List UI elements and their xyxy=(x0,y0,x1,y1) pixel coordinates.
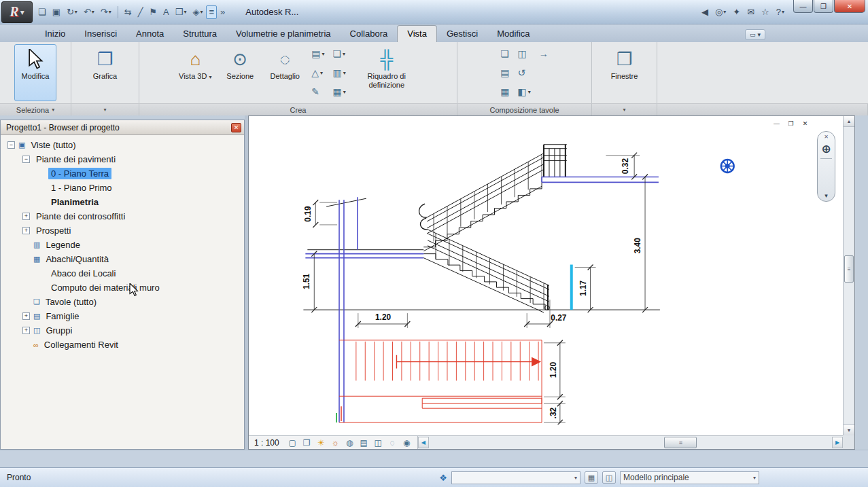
crop-view-button[interactable]: ▢ xyxy=(286,437,299,448)
duplicate-view-button[interactable]: ❏▾ xyxy=(330,47,349,60)
view-close-button[interactable]: ✕ xyxy=(799,119,811,128)
scroll-left-icon[interactable]: ◀ xyxy=(418,437,429,448)
tab-struttura[interactable]: Struttura xyxy=(173,26,226,42)
text-button[interactable]: A xyxy=(160,5,172,19)
show-crop-region-button[interactable]: ❐ xyxy=(300,437,313,448)
navbar-close-icon[interactable]: ✕ xyxy=(824,134,829,140)
panel-label-seleziona[interactable]: Seleziona ▾ xyxy=(0,104,71,115)
aligned-dimension-button[interactable]: ⇆ xyxy=(122,5,135,19)
view-scale-button[interactable]: 1 : 100 xyxy=(253,438,285,448)
graphics-button[interactable]: ❐ Grafica xyxy=(84,44,126,101)
schedules-button[interactable]: ▦▾ xyxy=(330,85,349,98)
tree-item-collegamenti-revit[interactable]: ∞Collegamenti Revit xyxy=(1,338,244,352)
collapse-icon[interactable]: − xyxy=(22,156,30,163)
thin-lines-button[interactable]: ≡ xyxy=(206,5,217,19)
open-button[interactable]: ❏ xyxy=(35,5,49,19)
section-view-button[interactable]: ⊙ Sezione xyxy=(219,44,261,101)
view-restore-button[interactable]: ❐ xyxy=(785,119,797,128)
scope-box-button[interactable]: ╬ Riquadro di definizione xyxy=(351,44,422,101)
view-button[interactable]: ◫ xyxy=(515,47,533,60)
drawing-area[interactable]: 0.32 3.40 0.19 1.51 1.17 1.20 0.27 1.20 … xyxy=(248,115,855,450)
tab-volumetrie-e-planimetria[interactable]: Volumetrie e planimetria xyxy=(226,26,340,42)
collapse-icon[interactable]: − xyxy=(7,141,15,149)
undo-button[interactable]: ↶▾ xyxy=(81,5,97,19)
view-reference-button[interactable]: → xyxy=(536,47,551,60)
scroll-down-icon[interactable]: ▼ xyxy=(844,425,854,435)
tree-item-legende[interactable]: ▥Legende xyxy=(1,238,244,252)
tree-item-planimetria[interactable]: Planimetria xyxy=(1,195,244,209)
minimize-button[interactable]: — xyxy=(793,0,813,13)
tree-item-abachi-quantità[interactable]: ▦Abachi/Quantità xyxy=(1,252,244,266)
workset-combobox[interactable]: ▾ xyxy=(451,471,580,484)
callout-button[interactable]: ◌ Dettaglio xyxy=(264,44,306,101)
tree-item-abaco-dei-locali[interactable]: Abaco dei Locali xyxy=(1,266,244,281)
tree-item-computo-dei-materiali-muro[interactable]: Computo dei materiali muro xyxy=(1,281,244,295)
tab-vista[interactable]: Vista xyxy=(397,25,437,42)
tree-item-piante-dei-controsoffitti[interactable]: +Piante dei controsoffitti xyxy=(1,209,244,223)
expand-icon[interactable]: + xyxy=(22,327,30,334)
modify-button[interactable]: Modifica xyxy=(14,44,56,101)
drafting-view-button[interactable]: ✎ xyxy=(309,85,327,98)
tree-item-0-piano-terra[interactable]: 0 - Piano Terra xyxy=(1,166,244,181)
redo-button[interactable]: ↷▾ xyxy=(98,5,114,19)
tab-inserisci[interactable]: Inserisci xyxy=(75,26,126,42)
tab-collabora[interactable]: Collabora xyxy=(341,26,398,42)
tag-button[interactable]: ⚑ xyxy=(146,5,160,19)
view-minimize-button[interactable]: — xyxy=(771,119,782,128)
favorites-button[interactable]: ☆ xyxy=(760,6,771,18)
tree-item-gruppi[interactable]: +◫Gruppi xyxy=(1,323,244,338)
zoom-icon[interactable]: ⊕ xyxy=(821,142,831,156)
tab-annota[interactable]: Annota xyxy=(126,26,173,42)
horizontal-scrollbar[interactable]: ◀ ≡ ▶ xyxy=(418,436,843,449)
customize-qat-button[interactable]: » xyxy=(218,5,228,19)
elevation-button[interactable]: △▾ xyxy=(309,66,327,79)
section-button[interactable]: ◈▾ xyxy=(190,5,205,19)
tree-item-famiglie[interactable]: +▤Famiglie xyxy=(1,309,244,323)
rendering-button[interactable]: ◍ xyxy=(343,437,356,448)
tab-inizio[interactable]: Inizio xyxy=(35,26,75,42)
legends-button[interactable]: ▥▾ xyxy=(330,66,349,79)
new-sheet-button[interactable]: ❏ xyxy=(498,47,512,60)
reveal-hidden-elements-button[interactable]: ◉ xyxy=(400,437,413,448)
tree-item-1-piano-primo[interactable]: 1 - Piano Primo xyxy=(1,181,244,195)
maximize-button[interactable]: ❐ xyxy=(814,0,833,13)
vertical-scrollbar[interactable]: ▲ ≡ ▼ xyxy=(843,116,854,435)
design-options-button[interactable]: ◫ xyxy=(602,471,616,484)
tree-item-prospetti[interactable]: +Prospetti xyxy=(1,223,244,238)
plan-views-button[interactable]: ▤▾ xyxy=(309,47,327,60)
sun-path-button[interactable]: ☼ xyxy=(329,437,342,448)
subscription-center-button[interactable]: ✦ xyxy=(731,6,742,18)
infocenter-collapse-button[interactable]: ◀ xyxy=(700,6,710,18)
shadows-button[interactable]: ☀ xyxy=(315,437,328,448)
editable-only-button[interactable]: ▦ xyxy=(585,471,598,484)
scroll-up-icon[interactable]: ▲ xyxy=(844,116,854,127)
vista-3d-button[interactable]: ⌂ Vista 3D ▾ xyxy=(174,44,216,101)
tab-modifica[interactable]: Modifica xyxy=(487,26,539,42)
tab-gestisci[interactable]: Gestisci xyxy=(437,26,487,42)
design-option-combobox[interactable]: Modello principale ▾ xyxy=(620,471,759,484)
default-3d-view-button[interactable]: ❒▾ xyxy=(173,5,190,19)
expand-icon[interactable]: + xyxy=(22,227,30,234)
vertical-scroll-thumb[interactable]: ≡ xyxy=(844,255,854,283)
project-browser-titlebar[interactable]: Progetto1 - Browser di progetto ✕ xyxy=(1,120,244,135)
tree-item-piante-dei-pavimenti[interactable]: −Piante dei pavimenti xyxy=(1,152,244,166)
sync-with-central-button[interactable]: ↻▾ xyxy=(64,5,80,19)
application-menu-button[interactable]: R ▾ xyxy=(1,1,33,23)
viewport-button[interactable]: ◧▾ xyxy=(515,85,533,98)
expand-icon[interactable]: + xyxy=(22,213,30,220)
close-icon[interactable]: ✕ xyxy=(231,123,241,132)
windows-button[interactable]: ❐ Finestre xyxy=(604,44,646,101)
save-button[interactable]: ▣ xyxy=(50,5,63,19)
measure-button[interactable]: ╱ xyxy=(135,5,146,19)
communication-center-button[interactable]: ✉ xyxy=(746,6,756,18)
visual-style-button[interactable]: ◫ xyxy=(372,437,385,448)
help-button[interactable]: ?▾ xyxy=(775,6,786,18)
panel-label-finestre[interactable]: ▾ xyxy=(592,104,657,115)
search-button[interactable]: ◎▾ xyxy=(714,6,727,18)
close-button[interactable]: ✕ xyxy=(834,0,865,13)
tree-item-viste-tutto[interactable]: −▣Viste (tutto) xyxy=(1,138,244,152)
navbar-chevron-icon[interactable]: ▾ xyxy=(824,192,828,199)
horizontal-scroll-thumb[interactable]: ≡ xyxy=(664,437,697,448)
detail-level-button[interactable]: ▤ xyxy=(358,437,370,448)
expand-icon[interactable]: + xyxy=(22,312,30,320)
